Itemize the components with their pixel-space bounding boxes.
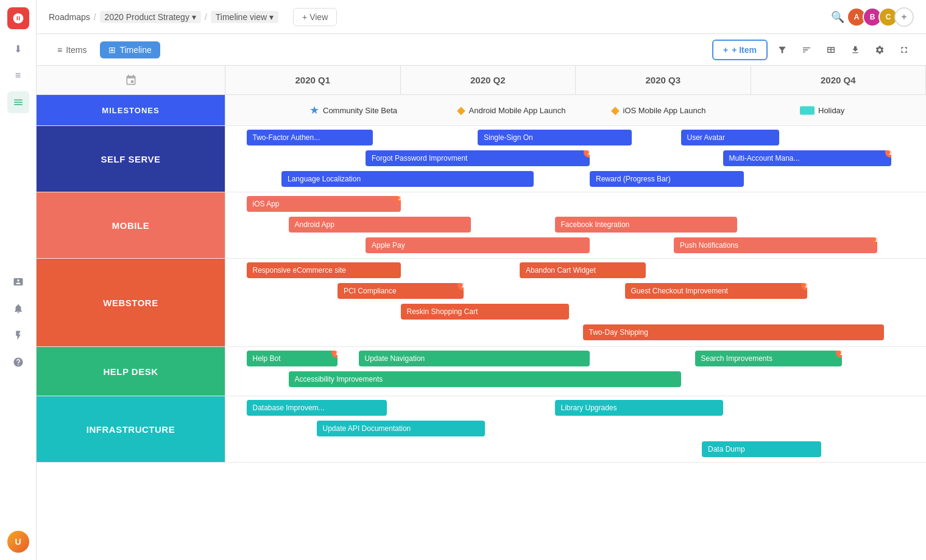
bar-two-day[interactable]: Two-Day Shipping xyxy=(583,324,885,340)
add-item-button[interactable]: + + Item xyxy=(712,40,768,60)
bar-single-sign-on[interactable]: Single-Sign On xyxy=(478,130,632,145)
breadcrumb-project[interactable]: 2020 Product Strategy ▾ xyxy=(100,11,201,23)
bar-forgot-password[interactable]: Forgot Password Improvment 1 xyxy=(366,150,590,166)
bar-search-improvements[interactable]: Search Improvements 1 xyxy=(695,351,843,366)
download-icon[interactable]: ⬇ xyxy=(7,38,29,60)
badge-ios: 3 xyxy=(395,196,401,203)
breadcrumb-sep2: / xyxy=(205,12,207,22)
milestone-ios[interactable]: ◆ iOS Mobile App Launch xyxy=(611,103,706,117)
group-label-infrastructure: INFRASTRUCTURE xyxy=(37,396,225,462)
subtoolbar-right: + + Item xyxy=(712,40,914,60)
bar-data-dump[interactable]: Data Dump xyxy=(702,441,821,457)
roadmap-icon[interactable] xyxy=(7,91,29,113)
bar-two-factor[interactable]: Two-Factor Authen... xyxy=(247,130,373,145)
bar-library[interactable]: Library Upgrades xyxy=(555,400,723,416)
bar-accessibility[interactable]: Accessibility Improvements xyxy=(289,371,681,387)
badge-search: 1 xyxy=(836,351,842,358)
add-view-button[interactable]: + View xyxy=(293,8,337,26)
avatars: A B C + xyxy=(850,7,914,27)
bar-reward[interactable]: Reward (Progress Bar) xyxy=(590,171,744,187)
bar-apple-pay[interactable]: Apple Pay 1 xyxy=(366,237,590,253)
export-button[interactable] xyxy=(846,40,865,60)
plus-icon: + xyxy=(723,45,728,55)
bar-help-bot[interactable]: Help Bot 1 xyxy=(247,351,338,366)
bar-multi-account[interactable]: Multi-Account Mana... 1 xyxy=(723,150,891,166)
milestone-holiday[interactable]: Holiday xyxy=(800,106,844,115)
chevron-down-icon2: ▾ xyxy=(269,12,274,22)
q4-header: 2020 Q4 xyxy=(751,66,927,94)
breadcrumb-view[interactable]: Timeline view ▾ xyxy=(211,11,278,23)
group-infrastructure: INFRASTRUCTURE Database Improvem... Libr… xyxy=(37,396,926,463)
header-label-col xyxy=(37,66,225,94)
add-member-button[interactable]: + xyxy=(894,7,914,27)
milestone-content: ★ Community Site Beta ◆ Android Mobile A… xyxy=(225,95,926,125)
group-helpdesk: HELP DESK Help Bot 1 Update Navigation 1… xyxy=(37,347,926,396)
bar-api-docs[interactable]: Update API Documentation xyxy=(317,421,485,436)
breadcrumb-roadmaps[interactable]: Roadmaps xyxy=(49,12,90,22)
tab-timeline[interactable]: ⊞ Timeline xyxy=(100,41,160,58)
user-avatar[interactable]: U xyxy=(7,531,29,553)
bar-guest-checkout[interactable]: Guest Checkout Improvement 1 xyxy=(625,283,807,299)
breadcrumb: Roadmaps / 2020 Product Strategy ▾ / Tim… xyxy=(49,11,278,23)
columns-button[interactable] xyxy=(821,40,841,60)
bar-push-notif[interactable]: Push Notifications 1 xyxy=(674,237,877,253)
group-label-helpdesk: HELP DESK xyxy=(37,347,225,396)
q2-header: 2020 Q2 xyxy=(401,66,576,94)
diamond-icon2: ◆ xyxy=(611,103,620,117)
help-icon[interactable] xyxy=(7,351,29,373)
milestone-community[interactable]: ★ Community Site Beta xyxy=(309,103,397,117)
bar-ios-app[interactable]: iOS App 3 xyxy=(247,196,401,212)
topbar-right: 🔍 A B C + xyxy=(831,7,914,27)
bar-user-avatar[interactable]: User Avatar xyxy=(681,130,779,145)
star-icon: ★ xyxy=(309,103,319,117)
breadcrumb-sep1: / xyxy=(94,12,96,22)
group-bars-mobile: iOS App 3 Android App Facebook Integrati… xyxy=(225,192,926,258)
search-icon[interactable]: 🔍 xyxy=(831,10,844,24)
timeline-icon: ⊞ xyxy=(108,45,116,55)
bar-abandon-cart[interactable]: Abandon Cart Widget xyxy=(520,262,646,278)
settings-button[interactable] xyxy=(870,40,889,60)
bar-reskin[interactable]: Reskin Shopping Cart xyxy=(401,304,569,320)
chevron-down-icon: ▾ xyxy=(192,12,196,22)
list-icon[interactable]: ≡ xyxy=(7,65,29,86)
bell-icon[interactable] xyxy=(7,298,29,320)
bar-android-app[interactable]: Android App xyxy=(289,217,471,233)
bar-facebook[interactable]: Facebook Integration xyxy=(555,217,737,233)
timeline-area: 2020 Q1 2020 Q2 2020 Q3 2020 Q4 MILESTON… xyxy=(37,66,926,560)
milestone-row: MILESTONES ★ Community Site Beta ◆ Andro… xyxy=(37,95,926,126)
fullscreen-button[interactable] xyxy=(894,40,914,60)
milestone-android[interactable]: ◆ Android Mobile App Launch xyxy=(457,103,566,117)
q3-header: 2020 Q3 xyxy=(576,66,751,94)
milestone-label: MILESTONES xyxy=(37,95,225,125)
group-webstore: WEBSTORE Responsive eCommerce site Aband… xyxy=(37,259,926,347)
quarter-cols: 2020 Q1 2020 Q2 2020 Q3 2020 Q4 xyxy=(225,66,926,94)
bar-database[interactable]: Database Improvem... xyxy=(247,400,387,416)
subtoolbar: ≡ Items ⊞ Timeline + + Item xyxy=(37,34,926,66)
group-label-mobile: MOBILE xyxy=(37,192,225,258)
sidebar: ⬇ ≡ U xyxy=(0,0,37,560)
bar-update-nav[interactable]: Update Navigation 1 xyxy=(359,351,590,366)
app-logo[interactable] xyxy=(7,7,29,29)
bar-pci[interactable]: PCI Compliance 1 xyxy=(338,283,464,299)
bolt-icon[interactable] xyxy=(7,324,29,346)
list-icon: ≡ xyxy=(57,45,62,55)
filter-button[interactable] xyxy=(772,40,792,60)
bar-language[interactable]: Language Localization xyxy=(281,171,534,187)
badge-multi: 1 xyxy=(885,150,891,158)
badge-checkout: 1 xyxy=(801,283,807,290)
q1-header: 2020 Q1 xyxy=(225,66,401,94)
main-content: Roadmaps / 2020 Product Strategy ▾ / Tim… xyxy=(37,0,926,560)
rect-icon xyxy=(800,106,815,114)
quarter-header: 2020 Q1 2020 Q2 2020 Q3 2020 Q4 xyxy=(37,66,926,95)
badge-helpbot: 1 xyxy=(331,351,338,358)
badge-push: 1 xyxy=(871,237,877,245)
group-bars-webstore: Responsive eCommerce site Abandon Cart W… xyxy=(225,259,926,346)
group-bars-helpdesk: Help Bot 1 Update Navigation 1 Search Im… xyxy=(225,347,926,396)
group-label-webstore: WEBSTORE xyxy=(37,259,225,346)
group-bars-infrastructure: Database Improvem... Library Upgrades Up… xyxy=(225,396,926,462)
group-button[interactable] xyxy=(797,40,816,60)
timeline-container: 2020 Q1 2020 Q2 2020 Q3 2020 Q4 MILESTON… xyxy=(37,66,926,463)
person-card-icon[interactable] xyxy=(7,271,29,293)
bar-ecommerce[interactable]: Responsive eCommerce site xyxy=(247,262,401,278)
tab-items[interactable]: ≡ Items xyxy=(49,41,95,58)
